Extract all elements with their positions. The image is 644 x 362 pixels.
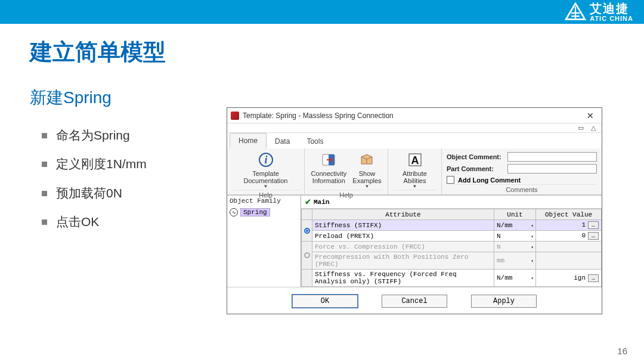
- brand-logo: 艾迪捷 ATIC CHINA: [565, 2, 633, 22]
- check-icon: ✔: [305, 197, 311, 206]
- more-button[interactable]: …: [588, 232, 599, 240]
- chevron-down-icon: ▾: [531, 258, 534, 264]
- ribbon-group-label: Comments: [447, 184, 597, 193]
- more-button[interactable]: …: [588, 221, 599, 229]
- attr-cell[interactable]: Stiffness (STIFX): [312, 220, 494, 231]
- brand-name-en: ATIC CHINA: [590, 16, 633, 22]
- ribbon-tabs: Home Data Tools: [227, 133, 602, 148]
- ok-button[interactable]: OK: [292, 295, 358, 308]
- table-row: Force vs. Compression (FRCC) N▾: [302, 242, 602, 252]
- chevron-down-icon: ▾: [531, 222, 534, 228]
- comments-group: Object Comment: Part Comment: Add Long C…: [442, 148, 602, 194]
- brand-name-cn: 艾迪捷: [590, 2, 629, 14]
- row-radio[interactable]: [304, 228, 310, 234]
- dialog-titlebar[interactable]: Template: Spring - Massless Spring Conne…: [227, 108, 602, 123]
- object-comment-label: Object Comment:: [447, 153, 504, 160]
- svg-text:i: i: [264, 154, 267, 166]
- unit-cell[interactable]: N/mm▾: [494, 270, 536, 287]
- col-value[interactable]: Object Value: [536, 209, 602, 220]
- row-radio[interactable]: [304, 252, 310, 258]
- add-long-comment-checkbox[interactable]: [447, 176, 454, 184]
- chevron-down-icon: ▼: [413, 184, 417, 190]
- unit-cell: N▾: [494, 242, 536, 252]
- template-documentation-button[interactable]: i Template Documentation ▼: [232, 151, 299, 190]
- brand-banner: 艾迪捷 ATIC CHINA: [0, 0, 644, 24]
- row-header-col: [302, 209, 312, 220]
- chevron-down-icon: ▼: [264, 184, 268, 190]
- table-row: Precompression with Both Positions Zero …: [302, 252, 602, 270]
- main-tab[interactable]: ✔ Main: [301, 196, 602, 209]
- attr-cell[interactable]: Stiffness vs. Frequency (Forced Freq Ana…: [312, 270, 494, 287]
- value-cell[interactable]: ign…: [536, 270, 602, 287]
- brand-logo-icon: [565, 2, 586, 21]
- value-cell[interactable]: 1…: [536, 220, 602, 231]
- attr-cell: Force vs. Compression (FRCC): [312, 242, 494, 252]
- cancel-button[interactable]: Cancel: [382, 295, 447, 308]
- chevron-down-icon: ▾: [531, 244, 534, 249]
- slide-title: 建立简单模型: [30, 37, 644, 67]
- attribute-icon: A: [406, 151, 424, 169]
- svg-text:A: A: [411, 154, 419, 166]
- table-row: Stiffness vs. Frequency (Forced Freq Ana…: [302, 270, 602, 287]
- tab-tools[interactable]: Tools: [298, 134, 332, 148]
- col-unit[interactable]: Unit: [494, 209, 536, 220]
- close-icon[interactable]: ✕: [583, 111, 598, 120]
- maximize-icon[interactable]: ▭: [578, 124, 584, 132]
- collapse-ribbon-icon[interactable]: △: [591, 124, 596, 132]
- dialog-title: Template: Spring - Massless Spring Conne…: [243, 112, 394, 120]
- value-cell: [536, 242, 602, 252]
- unit-cell[interactable]: N▾: [494, 231, 536, 242]
- tree-header: Object Family: [228, 197, 299, 205]
- spring-icon: ∿: [230, 208, 238, 216]
- attribute-grid: Attribute Unit Object Value Stiffness (S…: [301, 209, 602, 287]
- add-long-comment-label: Add Long Comment: [458, 177, 521, 184]
- connectivity-info-button[interactable]: Connectivity Information: [311, 151, 346, 184]
- ribbon-body: i Template Documentation ▼ Help Connecti…: [227, 148, 602, 195]
- value-cell: [536, 252, 602, 270]
- attr-cell: Precompression with Both Positions Zero …: [312, 252, 494, 270]
- show-examples-button[interactable]: Show Examples ▼: [352, 151, 381, 190]
- object-comment-input[interactable]: [507, 152, 597, 162]
- app-icon: [231, 112, 239, 120]
- unit-cell: mm▾: [494, 252, 536, 270]
- more-button[interactable]: …: [588, 274, 599, 282]
- unit-cell[interactable]: N/mm▾: [494, 220, 536, 231]
- part-comment-label: Part Comment:: [447, 165, 504, 172]
- chevron-down-icon: ▼: [365, 184, 370, 190]
- section-title: 新建Spring: [30, 86, 644, 109]
- btn-label: Connectivity Information: [311, 170, 346, 184]
- object-tree: Object Family ∿ Spring: [227, 196, 301, 287]
- dialog-button-bar: OK Cancel Apply: [227, 287, 602, 314]
- tree-item-spring[interactable]: ∿ Spring: [228, 208, 299, 217]
- table-row: Stiffness (STIFX) N/mm▾ 1…: [302, 220, 602, 231]
- part-comment-input[interactable]: [507, 164, 597, 174]
- info-icon: i: [257, 151, 275, 169]
- table-row: Preload (PRETX) N▾ 0…: [302, 231, 602, 242]
- col-attribute[interactable]: Attribute: [312, 209, 494, 220]
- chevron-down-icon: ▾: [531, 233, 534, 239]
- chevron-down-icon: ▾: [531, 276, 534, 281]
- connectivity-icon: [320, 151, 338, 169]
- value-cell[interactable]: 0…: [536, 231, 602, 242]
- page-number: 16: [617, 346, 627, 356]
- attribute-abilities-button[interactable]: A Attribute Abilities ▼: [393, 151, 436, 190]
- tab-home[interactable]: Home: [230, 133, 267, 148]
- attr-cell[interactable]: Preload (PRETX): [312, 231, 494, 242]
- examples-icon: [358, 151, 376, 169]
- template-dialog: Template: Spring - Massless Spring Conne…: [227, 107, 602, 314]
- btn-label: Show Examples: [352, 170, 381, 184]
- tab-data[interactable]: Data: [267, 134, 298, 148]
- window-controls: ▭ △: [227, 123, 602, 133]
- apply-button[interactable]: Apply: [471, 295, 537, 308]
